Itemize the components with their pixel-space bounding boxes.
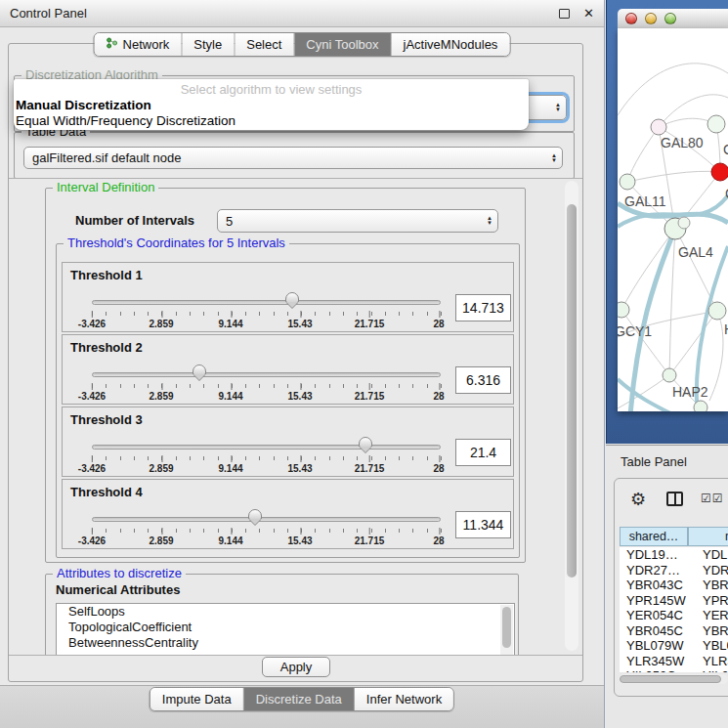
numerical-attributes-label: Numerical Attributes bbox=[56, 582, 180, 597]
table-row[interactable]: YDL19…YDL1 bbox=[620, 547, 728, 563]
table-row[interactable]: YBR043CYBR0 bbox=[620, 578, 728, 593]
number-of-intervals-label: Number of Intervals bbox=[75, 213, 194, 228]
network-node[interactable] bbox=[663, 368, 676, 382]
network-node[interactable] bbox=[711, 163, 728, 181]
tab-discretize-data[interactable]: Discretize Data bbox=[244, 688, 355, 710]
close-traffic-light-icon[interactable] bbox=[625, 13, 637, 24]
table-row[interactable]: YLR345WYLR3 bbox=[620, 654, 728, 669]
network-canvas[interactable]: GAL80GACGAL11GAL4GCY1HHAP2 bbox=[618, 28, 728, 411]
tab-select[interactable]: Select bbox=[235, 33, 294, 56]
gear-icon[interactable]: ⚙ bbox=[630, 489, 646, 510]
cell-shared-name: YIL052C bbox=[620, 668, 688, 672]
slider-track[interactable] bbox=[92, 517, 441, 522]
slider-track[interactable] bbox=[92, 300, 441, 305]
tab-network[interactable]: Network bbox=[95, 33, 183, 56]
numerical-attributes-list[interactable]: SelfLoopsTopologicalCoefficientBetweenne… bbox=[56, 603, 515, 656]
table-row[interactable]: YIL052CYIL0 bbox=[620, 668, 728, 672]
threshold-panel: Threshold 2-3.4262.8599.14415.4321.71528… bbox=[62, 334, 514, 405]
network-node[interactable] bbox=[678, 217, 690, 229]
table-row[interactable]: YBR045CYBR0 bbox=[620, 623, 728, 639]
settings-scrollbar[interactable] bbox=[565, 181, 578, 651]
table-data-combobox-value: galFiltered.sif default node bbox=[24, 150, 546, 165]
slider-ticks bbox=[92, 529, 442, 533]
slider-track[interactable] bbox=[92, 445, 441, 450]
slider-thumb[interactable] bbox=[359, 437, 372, 448]
slider-tick-label: 2.859 bbox=[149, 535, 173, 546]
table-row[interactable]: YPR145WYPR1 bbox=[620, 593, 728, 609]
cell-shared-name: YLR345W bbox=[620, 654, 688, 669]
network-node[interactable] bbox=[694, 401, 707, 411]
tab-style[interactable]: Style bbox=[182, 33, 235, 56]
popup-item-equal-width-frequency-discretization[interactable]: Equal Width/Frequency Discretization bbox=[16, 113, 527, 129]
network-window-titlebar bbox=[618, 9, 728, 29]
tab-jactivemnodules[interactable]: jActiveMNodules bbox=[392, 33, 510, 56]
slider-tick-label: 9.144 bbox=[218, 319, 242, 329]
list-scrollbar[interactable] bbox=[500, 605, 513, 656]
zoom-traffic-light-icon[interactable] bbox=[664, 13, 676, 24]
top-tab-bar: NetworkStyleSelectCyni ToolboxjActiveMNo… bbox=[94, 32, 511, 57]
network-node[interactable] bbox=[707, 115, 725, 133]
combo-stepper-icon[interactable]: ▲▼ bbox=[546, 153, 562, 163]
column-header-na[interactable]: na bbox=[688, 527, 728, 546]
cell-shared-name: YDL19… bbox=[620, 547, 688, 563]
threshold-panel: Threshold 1-3.4262.8599.14415.4321.71528… bbox=[62, 262, 514, 332]
tab-label: Style bbox=[193, 37, 222, 52]
table-row[interactable]: YDR27…YDR2 bbox=[620, 563, 728, 578]
table-data-combobox[interactable]: galFiltered.sif default node ▲▼ bbox=[23, 147, 563, 169]
tab-impute-data[interactable]: Impute Data bbox=[150, 688, 244, 710]
cell-shared-name: YPR145W bbox=[620, 593, 688, 609]
threshold-value-field[interactable]: 11.344 bbox=[455, 511, 511, 538]
cell-name: YPR1 bbox=[688, 593, 728, 609]
cyni-toolbox-panel: Discretization Algorithm ▲▼ Select algor… bbox=[8, 43, 583, 682]
combo-stepper-icon[interactable]: ▲▼ bbox=[482, 216, 497, 226]
tab-infer-network[interactable]: Infer Network bbox=[355, 688, 453, 710]
table-row[interactable]: YER054CYER0 bbox=[620, 608, 728, 623]
network-node-label: HAP2 bbox=[672, 384, 708, 400]
settings-scrollbar-thumb[interactable] bbox=[567, 204, 577, 578]
combo-stepper-icon[interactable]: ▲▼ bbox=[550, 103, 566, 112]
threshold-value-field[interactable]: 21.4 bbox=[455, 439, 511, 466]
split-column-icon[interactable] bbox=[666, 492, 683, 506]
table-row[interactable]: YBL079WYBL0 bbox=[620, 638, 728, 654]
close-icon[interactable]: ✕ bbox=[583, 7, 594, 20]
thresholds-group: Threshold's Coordinates for 5 Intervals … bbox=[56, 243, 520, 558]
checkbox-icon[interactable]: ☑☑ bbox=[701, 492, 724, 505]
tab-label: Impute Data bbox=[162, 692, 232, 707]
tab-label: Discretize Data bbox=[256, 692, 342, 707]
tab-cyni-toolbox[interactable]: Cyni Toolbox bbox=[294, 33, 391, 56]
threshold-value-field[interactable]: 6.316 bbox=[455, 366, 511, 394]
network-node-label: GAL11 bbox=[624, 193, 666, 209]
attribute-list-item[interactable]: SelfLoops bbox=[57, 604, 514, 620]
slider-tick-label: 15.43 bbox=[287, 535, 312, 546]
threshold-label: Threshold 1 bbox=[70, 268, 143, 282]
table-hscrollbar-thumb[interactable] bbox=[620, 675, 721, 683]
slider-thumb[interactable] bbox=[248, 509, 262, 520]
popup-item-manual-discretization[interactable]: Manual Discretization bbox=[16, 98, 527, 113]
slider-ticks bbox=[92, 456, 442, 460]
minimize-traffic-light-icon[interactable] bbox=[645, 13, 657, 24]
float-window-icon[interactable] bbox=[559, 9, 570, 19]
threshold-label: Threshold 4 bbox=[70, 485, 143, 499]
slider-thumb[interactable] bbox=[193, 364, 206, 375]
threshold-value-field[interactable]: 14.713 bbox=[455, 294, 511, 321]
slider-tick-label: -3.426 bbox=[78, 463, 106, 474]
apply-button[interactable]: Apply bbox=[262, 657, 330, 677]
scrollbar-thumb[interactable] bbox=[502, 607, 511, 648]
number-of-intervals-value: 5 bbox=[218, 214, 482, 229]
network-node[interactable] bbox=[708, 302, 726, 320]
column-header-shared-[interactable]: shared… bbox=[620, 527, 688, 546]
network-node[interactable] bbox=[618, 302, 629, 318]
number-of-intervals-spinner[interactable]: 5 ▲▼ bbox=[217, 209, 498, 233]
attribute-list-item[interactable]: BetweennessCentrality bbox=[57, 635, 514, 651]
slider-tick-label: 28 bbox=[433, 319, 444, 329]
table-toolbar: ⚙ ☑☑ bbox=[615, 479, 728, 524]
slider-track[interactable] bbox=[92, 372, 441, 377]
attribute-list-item[interactable]: TopologicalCoefficient bbox=[57, 620, 514, 635]
table-horizontal-scrollbar[interactable] bbox=[619, 674, 728, 684]
slider-thumb[interactable] bbox=[285, 292, 299, 303]
network-node[interactable] bbox=[620, 174, 635, 190]
network-node[interactable] bbox=[651, 119, 666, 135]
slider-tick-label: 15.43 bbox=[287, 391, 312, 402]
network-node-label: GCY1 bbox=[618, 323, 652, 339]
cell-name: YDL1 bbox=[688, 547, 728, 563]
